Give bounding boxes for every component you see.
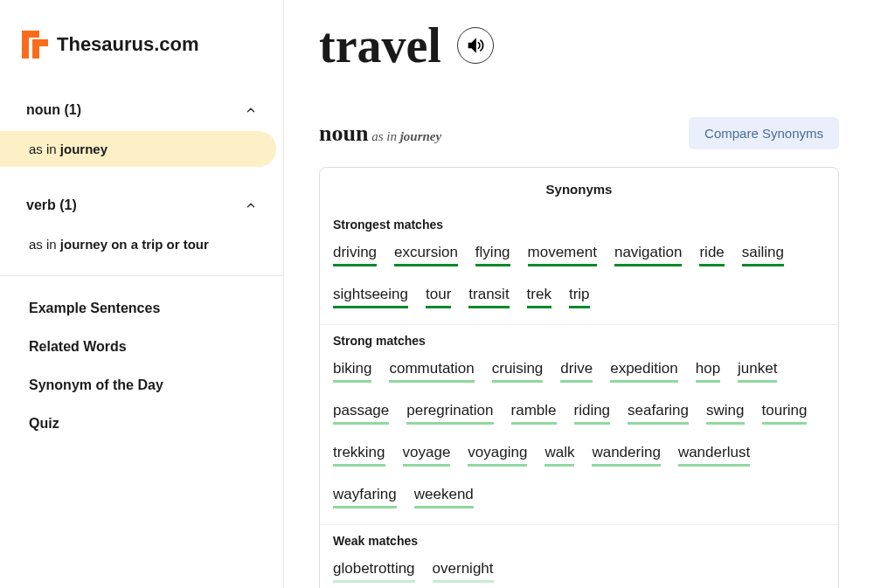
nav-sense-prefix: as in [29,142,60,156]
synonym-word[interactable]: movement [528,244,597,266]
synonym-word[interactable]: excursion [394,244,458,266]
nav-sense-term: journey [60,142,108,156]
nav-pos-sections: noun (1)as in journeyverb (1)as in journ… [0,89,283,262]
synonym-word[interactable]: touring [762,402,808,425]
synonym-word[interactable]: wayfaring [333,486,397,508]
synonym-group: Weak matchesglobetrottingovernight [320,524,838,588]
nav-sense-prefix: as in [29,237,60,252]
brand-name: Thesaurus.com [57,33,199,56]
pronounce-audio-button[interactable] [457,27,494,64]
headword-row: travel [319,17,839,73]
synonym-word[interactable]: riding [574,402,611,425]
synonym-word[interactable]: overnight [433,560,494,583]
synonym-group: Strong matchesbikingcommutationcruisingd… [320,324,838,524]
synonym-word[interactable]: sailing [742,244,784,266]
synonym-groups-container: Strongest matchesdrivingexcursionflyingm… [320,209,838,588]
nav-sense-term: journey on a trip or tour [60,237,209,252]
synonym-word[interactable]: expedition [610,360,678,383]
synonym-word[interactable]: drive [560,360,593,383]
synonym-word[interactable]: walk [545,444,574,467]
synonym-word[interactable]: swing [706,402,744,425]
pos-part: noun [319,121,368,146]
speaker-icon [467,37,484,54]
brand-logo[interactable]: Thesaurus.com [0,31,283,89]
synonym-word[interactable]: peregrination [406,402,493,425]
synonym-word[interactable]: sightseeing [333,286,408,308]
thesaurus-logo-icon [22,31,48,59]
synonym-word[interactable]: seafaring [628,402,689,425]
synonym-word[interactable]: transit [468,286,509,308]
nav-sense-item[interactable]: as in journey [0,131,276,167]
synonym-list: globetrottingovernight [333,560,825,583]
synonym-word[interactable]: tour [426,286,451,308]
synonym-list: drivingexcursionflyingmovementnavigation… [333,244,825,308]
nav-link[interactable]: Related Words [0,328,283,366]
synonym-word[interactable]: driving [333,244,377,266]
synonym-word[interactable]: cruising [492,360,544,383]
synonym-group-label: Strong matches [333,334,825,348]
synonym-word[interactable]: wandering [592,444,660,467]
synonym-word[interactable]: junket [738,360,777,383]
synonym-word[interactable]: wanderlust [678,444,750,467]
compare-synonyms-button[interactable]: Compare Synonyms [689,117,839,149]
svg-marker-0 [468,39,475,51]
main-content: travel noun as in journey Compare Synony… [284,0,874,588]
pos-sense-prefix: as in [368,129,399,143]
part-of-speech-row: noun as in journey Compare Synonyms [319,117,839,149]
nav-link[interactable]: Quiz [0,405,283,443]
synonym-word[interactable]: globetrotting [333,560,415,583]
pos-label: noun as in journey [319,121,441,147]
synonym-word[interactable]: ride [699,244,724,266]
synonyms-box: Synonyms Strongest matchesdrivingexcursi… [319,167,839,588]
synonym-word[interactable]: navigation [614,244,683,266]
synonym-group: Strongest matchesdrivingexcursionflyingm… [320,209,838,324]
synonym-word[interactable]: trek [527,286,551,308]
nav-link[interactable]: Synonym of the Day [0,366,283,405]
synonym-word[interactable]: weekend [414,486,474,508]
pos-sense: journey [400,129,442,143]
nav-link[interactable]: Example Sentences [0,289,283,328]
nav-section-header[interactable]: verb (1) [0,184,283,226]
nav-sense-item[interactable]: as in journey on a trip or tour [0,226,283,262]
synonym-word[interactable]: flying [475,244,510,266]
synonym-group-label: Strongest matches [333,218,825,232]
headword: travel [319,17,441,73]
synonym-word[interactable]: voyage [403,444,451,467]
chevron-up-icon [245,104,257,116]
nav-section-label: noun (1) [26,102,81,118]
sidebar: Thesaurus.com noun (1)as in journeyverb … [0,0,284,588]
synonyms-box-title: Synonyms [320,168,838,209]
synonym-word[interactable]: hop [696,360,720,383]
synonym-group-label: Weak matches [333,534,825,548]
synonym-word[interactable]: voyaging [468,444,527,467]
synonym-word[interactable]: ramble [511,402,557,425]
synonym-list: bikingcommutationcruisingdriveexpedition… [333,360,825,508]
synonym-word[interactable]: biking [333,360,371,383]
nav-section-header[interactable]: noun (1) [0,89,283,131]
chevron-up-icon [245,199,257,211]
synonym-word[interactable]: commutation [389,360,474,383]
synonym-word[interactable]: trekking [333,444,385,467]
synonym-word[interactable]: passage [333,402,389,425]
nav-links: Example SentencesRelated WordsSynonym of… [0,275,283,443]
synonym-word[interactable]: trip [569,286,590,308]
nav-section-label: verb (1) [26,197,77,213]
